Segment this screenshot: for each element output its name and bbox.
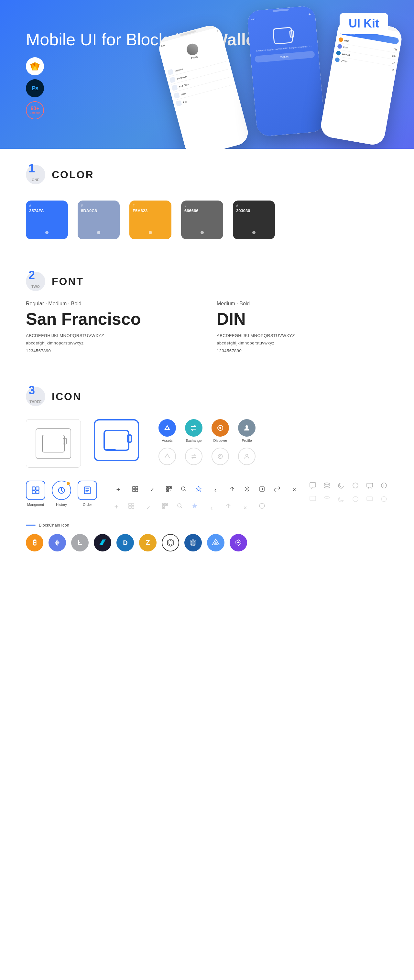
crypto-zcash: Z xyxy=(139,534,156,552)
icon-nav-exchange: Exchange xyxy=(185,419,202,442)
svg-rect-26 xyxy=(135,489,138,492)
svg-marker-67 xyxy=(167,539,174,546)
sketch-badge xyxy=(26,57,44,75)
layers-disabled-icon xyxy=(323,495,331,504)
plus-icon: + xyxy=(113,485,124,495)
font-right-meta: Medium · Bold xyxy=(217,301,388,307)
misc-icons-row-right-2 xyxy=(309,495,387,504)
icon-section: Assets Exchange xyxy=(26,416,388,584)
icon-wallet-blue xyxy=(94,419,139,461)
icon-nav-group: Assets Exchange xyxy=(158,419,256,465)
font-right-lower: abcdefghijklmnopqrstuvwxyz xyxy=(217,339,388,347)
svg-point-15 xyxy=(220,456,221,457)
svg-point-37 xyxy=(246,488,248,490)
svg-rect-20 xyxy=(36,491,39,493)
svg-rect-55 xyxy=(367,483,373,487)
info-circle-icon xyxy=(381,482,387,490)
section-number-1: 1 ONE xyxy=(26,165,45,185)
svg-rect-25 xyxy=(132,489,135,492)
icon-nav-profile: Profile xyxy=(238,419,256,442)
nav-icon xyxy=(212,539,220,547)
discover-icon-bg xyxy=(212,419,229,437)
misc-icons-block: + ✓ ‹ xyxy=(113,480,299,513)
crypto-btc: ₿ xyxy=(26,534,43,552)
font-left-meta: Regular · Medium · Bold xyxy=(26,301,197,307)
color-swatch-gray: # 666666 xyxy=(181,200,223,239)
svg-rect-32 xyxy=(167,490,168,491)
icon-nav-row-top: Assets Exchange xyxy=(158,419,256,442)
order-label: Order xyxy=(83,503,92,506)
svg-rect-40 xyxy=(132,503,134,506)
font-right-name: DIN xyxy=(217,309,388,329)
share-icon xyxy=(229,486,236,493)
grid-disabled-icon xyxy=(128,503,135,513)
section-2-num: 2 xyxy=(29,269,35,282)
message-disabled-icon xyxy=(366,495,373,504)
discover-label: Discover xyxy=(213,439,228,442)
svg-marker-70 xyxy=(191,541,195,546)
ps-label: Ps xyxy=(32,85,38,92)
check-icon: ✓ xyxy=(147,485,157,495)
management-label: Mangment xyxy=(27,503,44,506)
chevron-left-icon: ‹ xyxy=(210,485,221,495)
svg-rect-39 xyxy=(129,503,131,506)
plus-disabled-icon: + xyxy=(113,503,119,513)
icon-history: History xyxy=(52,480,71,506)
check-disabled-icon: ✓ xyxy=(143,503,153,513)
section-number-3: 3 THREE xyxy=(26,387,45,406)
svg-point-9 xyxy=(166,427,168,429)
svg-point-54 xyxy=(353,483,358,488)
icon-nav-assets: Assets xyxy=(158,419,176,442)
svg-rect-60 xyxy=(367,497,373,501)
phone-mockup-3: myWallet+ $ 6,297,502.12 Available balan… xyxy=(319,18,403,146)
layers-icon xyxy=(323,482,331,490)
svg-rect-47 xyxy=(166,504,167,505)
font-left-lower: abcdefghijklmnopqrstuvwxyz xyxy=(26,339,197,347)
icon-nav-discover: Discover xyxy=(212,419,229,442)
assets-outline-icon xyxy=(164,453,170,460)
moon-icon xyxy=(338,482,345,490)
font-section-header: 2 TWO FONT xyxy=(26,256,388,301)
history-label: History xyxy=(56,503,67,506)
star-filled-icon xyxy=(191,503,198,513)
phone-mockup-1: 9:41⚙ Profile Mainnet Messages xyxy=(156,23,251,149)
hero-section: Mobile UI for Blockchain Wallet Ps xyxy=(0,0,414,149)
misc-icons-row-1: + ✓ ‹ xyxy=(113,482,299,498)
color-section-header: 1 ONE COLOR xyxy=(26,149,388,194)
color-swatch-orange: # F5A623 xyxy=(129,200,171,239)
icon-wireframe-inner xyxy=(36,428,71,459)
svg-rect-17 xyxy=(32,487,35,490)
settings-icon xyxy=(244,486,250,493)
svg-point-14 xyxy=(218,454,222,459)
icon-outline-4 xyxy=(238,448,256,465)
svg-marker-68 xyxy=(169,541,172,545)
chat-icon xyxy=(309,482,316,490)
message-icon xyxy=(366,482,373,490)
photoshop-badge: Ps xyxy=(26,79,44,97)
profile-icon xyxy=(243,424,251,432)
icon-section-header: 3 THREE ICON xyxy=(26,371,388,416)
misc-icons-row-2: + ✓ ‹ xyxy=(113,503,299,513)
svg-marker-13 xyxy=(165,454,170,458)
profile-label: Profile xyxy=(242,439,252,442)
crypto-dash: D xyxy=(116,534,134,552)
export-icon xyxy=(259,486,265,493)
svg-point-35 xyxy=(182,487,185,490)
svg-point-59 xyxy=(353,496,358,502)
svg-rect-24 xyxy=(135,487,138,489)
color-swatch-grayblue: # 8DA0C8 xyxy=(78,200,119,239)
history-icon-circle xyxy=(52,480,71,500)
moon-disabled-icon xyxy=(338,495,345,504)
info-disabled-icon xyxy=(381,495,387,504)
svg-rect-23 xyxy=(132,487,135,489)
color-swatches: # 3574FA # 8DA0C8 # F5A623 # 666666 xyxy=(26,194,388,256)
svg-rect-34 xyxy=(170,491,171,491)
exchange-label: Exchange xyxy=(186,439,202,442)
screens-label: Screens xyxy=(29,111,40,115)
icon-management: Mangment xyxy=(26,480,45,506)
info-icon xyxy=(259,503,265,513)
management-icon-box xyxy=(26,480,45,500)
crypto-iota xyxy=(162,534,179,552)
font-left-chars: ABCDEFGHIJKLMNOPQRSTUVWXYZ abcdefghijklm… xyxy=(26,332,197,355)
profile-outline-icon xyxy=(244,453,250,460)
